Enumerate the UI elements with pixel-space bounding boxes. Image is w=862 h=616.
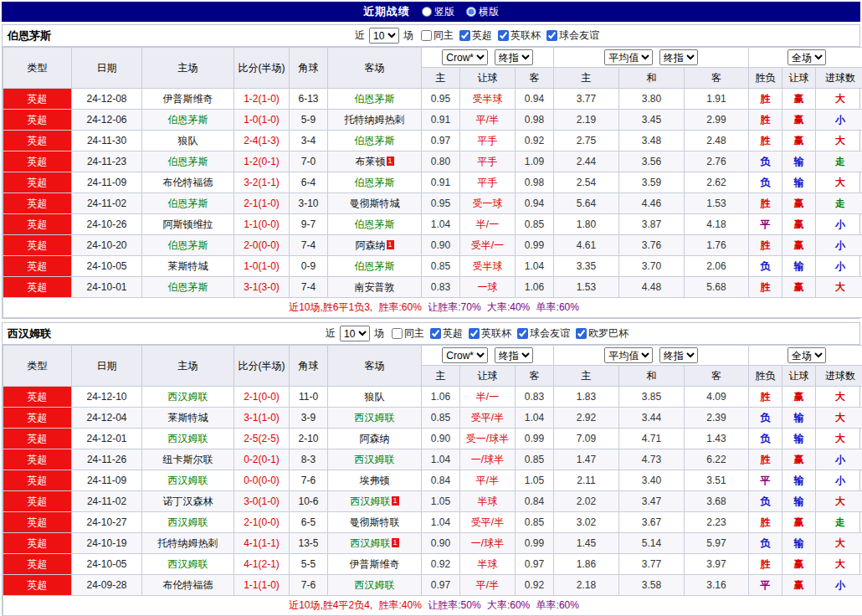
summary-segment: 近10场,胜4平2负4, xyxy=(289,599,375,611)
team-link[interactable]: 纽卡斯尔联 xyxy=(163,454,213,465)
team-link[interactable]: 西汉姆联 xyxy=(168,516,208,528)
away-team-cell: 西汉姆联 xyxy=(328,408,422,429)
result-winloss-cell: 负 xyxy=(749,533,782,554)
filter-checkbox[interactable]: 英超 xyxy=(430,326,463,341)
avg-source-select[interactable]: 平均值 xyxy=(604,49,653,65)
team-link[interactable]: 西汉姆联 xyxy=(351,495,391,507)
team-link[interactable]: 曼彻斯特联 xyxy=(350,516,400,528)
avg-draw-cell: 3.80 xyxy=(619,89,685,110)
avg-time-select[interactable]: 终指 xyxy=(659,347,698,363)
team-link[interactable]: 布伦特福德 xyxy=(163,579,213,591)
team-link[interactable]: 阿斯顿维拉 xyxy=(163,218,213,230)
odds-time-select[interactable]: 终指 xyxy=(495,49,533,65)
matches-tbody: 英超24-12-10西汉姆联2-1(0-0)11-0狼队1.06半/一0.831… xyxy=(3,387,862,596)
filter-checkbox[interactable]: 欧罗巴杯 xyxy=(576,326,629,341)
team-link[interactable]: 西汉姆联 xyxy=(168,391,208,403)
league-cell: 英超 xyxy=(3,89,72,110)
odds-away-cell: 0.98 xyxy=(516,110,554,131)
filter-checkbox-input[interactable] xyxy=(576,328,587,339)
odds-time-select[interactable]: 终指 xyxy=(495,347,533,363)
team-link[interactable]: 西汉姆联 xyxy=(351,537,391,549)
team-link[interactable]: 伯恩茅斯 xyxy=(168,239,208,251)
filter-checkbox-input[interactable] xyxy=(430,328,441,339)
team-link[interactable]: 曼彻斯特城 xyxy=(350,198,400,209)
home-team-cell: 莱斯特城 xyxy=(142,256,234,277)
avg-away-cell: 1.53 xyxy=(685,193,749,214)
subcol-result-handicap: 让球 xyxy=(782,366,816,387)
odds-source-select[interactable]: Crow* xyxy=(442,49,488,65)
team-link[interactable]: 伯恩茅斯 xyxy=(168,281,208,293)
filter-checkbox[interactable]: 英超 xyxy=(459,28,492,43)
date-cell: 24-12-08 xyxy=(72,89,142,110)
match-row: 英超24-12-04莱斯特城3-1(1-0)3-9西汉姆联0.85受平/半1.0… xyxy=(3,408,862,429)
odds-away-cell: 0.94 xyxy=(516,89,554,110)
avg-away-cell: 1.76 xyxy=(685,235,749,256)
team-link[interactable]: 埃弗顿 xyxy=(360,475,390,486)
result-scope-select[interactable]: 全场 xyxy=(788,49,826,65)
team-link[interactable]: 西汉姆联 xyxy=(168,475,208,486)
team-link[interactable]: 阿森纳 xyxy=(360,433,390,444)
date-cell: 24-11-23 xyxy=(72,151,142,172)
team-link[interactable]: 西汉姆联 xyxy=(355,412,395,424)
team-link[interactable]: 伯恩茅斯 xyxy=(355,93,395,105)
layout-radio-vertical-input[interactable] xyxy=(422,7,432,17)
layout-radio-vertical[interactable]: 竖版 xyxy=(422,5,454,19)
filter-checkbox-input[interactable] xyxy=(469,328,480,339)
filter-bar: 近 10 场 同主英超英联杯球会友谊欧罗巴杯 xyxy=(100,326,854,341)
team-link[interactable]: 伊普斯维奇 xyxy=(163,93,213,105)
team-section-1: 西汉姆联 近 10 场 同主英超英联杯球会友谊欧罗巴杯 类型 日期 主场 比分(… xyxy=(2,322,860,616)
odds-away-cell: 0.98 xyxy=(516,172,554,193)
avg-time-select[interactable]: 终指 xyxy=(659,49,698,65)
filter-checkbox-input[interactable] xyxy=(517,328,528,339)
team-link[interactable]: 狼队 xyxy=(178,135,198,146)
team-link[interactable]: 狼队 xyxy=(365,391,385,403)
team-link[interactable]: 莱斯特城 xyxy=(168,260,208,272)
result-goals-cell: 大 xyxy=(816,491,862,512)
team-link[interactable]: 伯恩茅斯 xyxy=(355,135,395,146)
team-link[interactable]: 伯恩茅斯 xyxy=(168,198,208,209)
games-count-select[interactable]: 10 xyxy=(340,326,370,341)
filter-checkbox-input[interactable] xyxy=(498,30,509,41)
team-link[interactable]: 布莱顿 xyxy=(356,156,386,167)
team-link[interactable]: 西汉姆联 xyxy=(168,433,208,444)
odds-source-select[interactable]: Crow* xyxy=(442,347,488,363)
team-link[interactable]: 西汉姆联 xyxy=(168,558,208,570)
filter-checkbox[interactable]: 球会友谊 xyxy=(546,28,599,43)
avg-source-select[interactable]: 平均值 xyxy=(604,347,653,363)
team-link[interactable]: 阿森纳 xyxy=(356,239,386,251)
filter-checkbox-input[interactable] xyxy=(421,30,432,41)
filter-checkbox-input[interactable] xyxy=(459,30,470,41)
odds-home-cell: 0.97 xyxy=(422,131,460,151)
layout-radio-horizontal[interactable]: 横版 xyxy=(466,5,499,19)
team-link[interactable]: 伯恩茅斯 xyxy=(168,114,208,126)
team-link[interactable]: 布伦特福德 xyxy=(163,177,213,188)
team-link[interactable]: 伊普斯维奇 xyxy=(350,558,400,570)
filter-checkbox[interactable]: 球会友谊 xyxy=(517,326,570,341)
team-link[interactable]: 诺丁汉森林 xyxy=(163,495,213,507)
team-link[interactable]: 西汉姆联 xyxy=(355,579,395,591)
team-link[interactable]: 南安普敦 xyxy=(355,281,395,293)
team-link[interactable]: 伯恩茅斯 xyxy=(355,260,395,272)
team-link[interactable]: 西汉姆联 xyxy=(355,454,395,465)
avg-away-cell: 3.16 xyxy=(685,575,749,596)
layout-radio-horizontal-input[interactable] xyxy=(466,7,476,17)
filter-checkbox-input[interactable] xyxy=(392,328,403,339)
team-link[interactable]: 伯恩茅斯 xyxy=(355,177,395,188)
filter-checkbox[interactable]: 同主 xyxy=(392,326,424,341)
team-link[interactable]: 莱斯特城 xyxy=(168,412,208,424)
team-link[interactable]: 伯恩茅斯 xyxy=(355,218,395,230)
filter-checkbox[interactable]: 同主 xyxy=(421,28,454,43)
odds-away-cell: 0.94 xyxy=(516,193,554,214)
avg-away-cell: 1.43 xyxy=(685,429,749,449)
team-link[interactable]: 托特纳姆热刺 xyxy=(345,114,405,126)
team-link[interactable]: 托特纳姆热刺 xyxy=(158,537,218,549)
result-goals-cell: 走 xyxy=(816,151,862,172)
handicap-cell: 受半球 xyxy=(460,256,516,277)
filter-checkbox[interactable]: 英联杯 xyxy=(498,28,541,43)
result-scope-select[interactable]: 全场 xyxy=(788,347,826,363)
filter-checkbox-input[interactable] xyxy=(546,30,557,41)
team-link[interactable]: 伯恩茅斯 xyxy=(168,156,208,167)
filter-checkbox[interactable]: 英联杯 xyxy=(469,326,511,341)
odds-away-cell: 0.99 xyxy=(516,533,554,554)
games-count-select[interactable]: 10 xyxy=(369,28,399,44)
